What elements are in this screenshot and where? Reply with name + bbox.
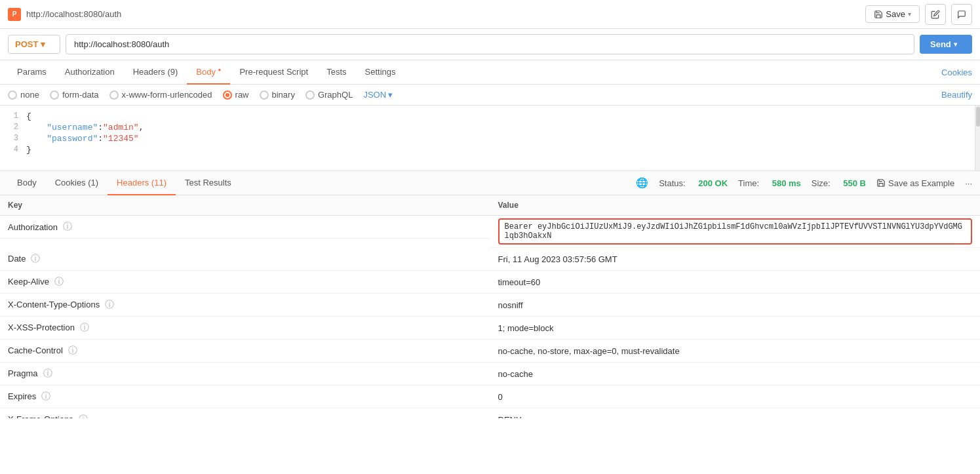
header-key-3: X-Content-Type-Optionsⓘ [0,294,490,317]
edit-icon [931,10,940,19]
json-select[interactable]: JSON ▾ [363,90,393,100]
option-graphql[interactable]: GraphQL [305,90,353,100]
top-bar: P http://localhost:8080/auth Save ▾ [0,0,980,29]
save-button[interactable]: Save ▾ [865,5,920,23]
info-icon-6[interactable]: ⓘ [43,368,52,380]
send-label: Send [930,39,951,49]
line-content-4: } [26,145,31,155]
url-input[interactable] [66,34,914,54]
info-icon-3[interactable]: ⓘ [105,299,114,311]
header-value-4: 1; mode=block [490,317,981,340]
top-bar-url: http://localhost:8080/auth [26,9,121,19]
header-key-4: X-XSS-Protectionⓘ [0,317,490,340]
send-chevron: ▾ [954,41,957,48]
table-row: X-XSS-Protectionⓘ1; mode=block [0,317,980,340]
comment-button[interactable] [951,4,972,25]
option-form-data[interactable]: form-data [50,90,99,100]
table-row: Cache-Controlⓘno-cache, no-store, max-ag… [0,340,980,363]
line-num-2: 2 [0,123,26,132]
header-key-6: Pragmaⓘ [0,363,490,385]
option-binary[interactable]: binary [260,90,295,100]
time-value: 580 ms [772,178,801,188]
save-example-icon [876,178,886,188]
header-key-7: Expiresⓘ [0,385,490,408]
table-row: Expiresⓘ0 [0,385,980,408]
info-icon-8[interactable]: ⓘ [79,414,88,419]
tab-params[interactable]: Params [8,60,56,85]
header-value-0: Bearer eyJhbGciOiJIUzUxMiJ9.eyJzdWIiOiJh… [490,216,981,248]
radio-binary [260,90,269,100]
radio-raw [223,90,232,100]
save-example-label: Save as Example [888,178,954,188]
request-tabs: Params Authorization Headers (9) Body ● … [0,60,980,85]
option-none[interactable]: none [8,90,39,100]
more-button[interactable]: ··· [965,178,972,188]
header-value-1: Fri, 11 Aug 2023 03:57:56 GMT [490,248,981,271]
top-bar-left: P http://localhost:8080/auth [8,8,121,21]
info-icon-4[interactable]: ⓘ [80,322,89,334]
response-tab-test-results[interactable]: Test Results [176,171,241,195]
top-bar-right: Save ▾ [865,4,972,25]
method-value: POST [15,39,38,49]
url-bar: POST ▾ Send ▾ [0,29,980,60]
save-chevron: ▾ [908,10,911,18]
method-select[interactable]: POST ▾ [8,35,60,54]
beautify-button[interactable]: Beautify [941,90,972,100]
tab-authorization[interactable]: Authorization [56,60,124,85]
line-num-3: 3 [0,134,26,143]
info-icon-1[interactable]: ⓘ [31,253,40,265]
col-header-value: Value [490,195,981,216]
info-icon-5[interactable]: ⓘ [68,345,77,357]
info-icon-7[interactable]: ⓘ [41,391,50,403]
save-icon [874,10,883,19]
response-tab-headers[interactable]: Headers (11) [108,171,176,195]
comment-icon [957,10,966,19]
code-line-3: 3 "password":"12345" [0,133,980,144]
json-format: JSON [363,90,386,100]
response-tab-cookies[interactable]: Cookies (1) [46,171,108,195]
headers-table-container: Key Value AuthorizationⓘBearer eyJhbGciO… [0,195,980,418]
save-as-example-button[interactable]: Save as Example [876,178,954,188]
radio-graphql [305,90,315,100]
header-value-3: nosniff [490,294,981,317]
response-tab-body[interactable]: Body [8,171,46,195]
app-icon: P [8,8,21,21]
header-key-0: Authorizationⓘ [0,216,490,239]
header-key-2: Keep-Aliveⓘ [0,271,490,294]
response-right: 🌐 Status: 200 OK Time: 580 ms Size: 550 … [636,177,972,189]
line-content-2: "username":"admin", [26,123,144,132]
response-tabs: Body Cookies (1) Headers (11) Test Resul… [0,171,980,195]
tab-body[interactable]: Body ● [187,60,230,85]
table-row: Pragmaⓘno-cache [0,363,980,385]
cookies-link[interactable]: Cookies [941,68,972,77]
tab-pre-request-script[interactable]: Pre-request Script [230,60,317,85]
line-num-1: 1 [0,111,26,121]
status-code: 200 OK [698,178,728,188]
col-header-key: Key [0,195,490,216]
code-line-1: 1 { [0,111,980,122]
info-icon-0[interactable]: ⓘ [63,221,72,233]
line-content-3: "password":"12345" [26,134,139,144]
code-editor[interactable]: 1 { 2 "username":"admin", 3 "password":"… [0,106,980,171]
globe-icon[interactable]: 🌐 [636,177,648,189]
tab-tests[interactable]: Tests [317,60,355,85]
edit-button[interactable] [925,4,946,25]
size-label: Size: [812,178,833,188]
table-row: X-Frame-OptionsⓘDENY [0,408,980,419]
table-row: AuthorizationⓘBearer eyJhbGciOiJIUzUxMiJ… [0,216,980,248]
body-options: none form-data x-www-form-urlencoded raw… [0,85,980,106]
code-line-2: 2 "username":"admin", [0,122,980,133]
editor-scrollbar[interactable] [975,106,980,170]
option-raw[interactable]: raw [223,90,249,100]
option-urlencoded[interactable]: x-www-form-urlencoded [109,90,212,100]
headers-table: Key Value AuthorizationⓘBearer eyJhbGciO… [0,195,980,418]
info-icon-2[interactable]: ⓘ [54,276,64,288]
tab-headers[interactable]: Headers (9) [124,60,187,85]
tab-settings[interactable]: Settings [356,60,405,85]
header-value-6: no-cache [490,363,981,385]
header-value-8: DENY [490,408,981,419]
send-button[interactable]: Send ▾ [920,35,972,54]
code-line-4: 4 } [0,144,980,155]
header-key-5: Cache-Controlⓘ [0,340,490,363]
table-row: Keep-Aliveⓘtimeout=60 [0,271,980,294]
